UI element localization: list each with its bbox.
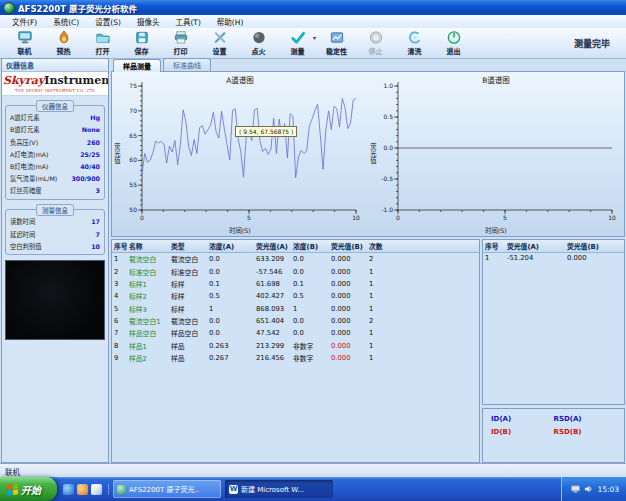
field-row: B灯电流(mA)40/40 — [8, 160, 102, 172]
table-row[interactable]: 1载流空白载流空白0.0633.2090.00.0002 — [112, 253, 479, 266]
camera-view — [5, 260, 105, 340]
stability-button[interactable]: 稳定性 — [317, 29, 356, 57]
tab-standard-curve[interactable]: 标准曲线 — [163, 58, 211, 71]
ignite-button[interactable]: 点火 — [239, 29, 278, 57]
settings-button[interactable]: 设置 — [200, 29, 239, 57]
ignite-label: 点火 — [252, 46, 266, 56]
field-value: 17 — [91, 218, 100, 225]
status-text: 联机 — [5, 466, 20, 477]
chart-canvas: 1.00.50.0-0.5-1.00510 — [368, 72, 624, 236]
svg-text:50: 50 — [129, 206, 137, 213]
table-cell: 标样1 — [127, 278, 169, 290]
field-row: A道灯元素Hg — [8, 112, 102, 124]
svg-text:0.5: 0.5 — [383, 113, 393, 120]
table-cell: 0.0 — [291, 265, 329, 277]
taskbar: 开始 AFS2200T 原子荧光.. W 新建 Microsoft W... 1… — [0, 477, 626, 501]
table-cell: 0.267 — [207, 352, 254, 364]
table-cell: 0.000 — [329, 265, 367, 277]
svg-text:55: 55 — [129, 181, 137, 188]
stat-rsd-b: RSD(B) — [554, 428, 617, 436]
table-row[interactable]: 2标准空白标准空白0.0-57.5460.00.0001 — [112, 265, 479, 277]
menu-file[interactable]: 文件(F) — [4, 16, 45, 27]
menu-tools[interactable]: 工具(T) — [167, 16, 208, 27]
field-value: 40/40 — [80, 163, 100, 170]
chart-b[interactable]: B道谱图 荧光值 时间(S) 1.00.50.0-0.5-1.00510 — [368, 72, 624, 236]
table-row[interactable]: 1-51.2040.000 — [483, 253, 624, 264]
table-cell: 非数字 — [291, 340, 329, 352]
column-header: 荧光值(B) — [565, 240, 624, 253]
table-cell: 216.456 — [254, 352, 291, 364]
start-button[interactable]: 开始 — [0, 477, 57, 501]
table-cell: 0.000 — [329, 315, 367, 327]
table-row[interactable]: 8样品1样品0.263213.299非数字0.0001 — [112, 340, 479, 352]
menu-bar: 文件(F) 系统(C) 设置(S) 摄像头 工具(T) 帮助(H) — [0, 15, 626, 29]
field-label: 读数时间 — [10, 217, 35, 226]
table-row[interactable]: 3标样1标样0.161.6980.10.0001 — [112, 278, 479, 290]
open-button[interactable]: 打开 — [83, 29, 122, 57]
task-button-afs[interactable]: AFS2200T 原子荧光.. — [113, 480, 221, 498]
field-value: 300/900 — [71, 175, 100, 182]
menu-system[interactable]: 系统(C) — [45, 16, 87, 27]
table-cell: 标准空白 — [169, 265, 207, 277]
table-cell: 633.209 — [254, 253, 291, 266]
table-cell: 0.0 — [291, 315, 329, 327]
tray-device-icon[interactable] — [571, 485, 580, 493]
preheat-button[interactable]: 预热 — [44, 29, 83, 57]
menu-camera[interactable]: 摄像头 — [129, 16, 168, 27]
connect-button[interactable]: 联机 — [5, 29, 44, 57]
cursor-tooltip: ( 9.54, 67.56875 ) — [235, 126, 297, 137]
menu-settings[interactable]: 设置(S) — [87, 16, 129, 27]
clean-icon — [407, 30, 423, 45]
svg-text:1.0: 1.0 — [383, 82, 393, 89]
messenger-icon[interactable] — [77, 484, 88, 495]
measure-label: 测量 — [291, 46, 305, 56]
table-row[interactable]: 6载流空白1载流空白0.0651.4040.00.0002 — [112, 315, 479, 327]
ie-icon[interactable] — [63, 484, 74, 495]
field-label: B灯电流(mA) — [10, 162, 49, 171]
charts-panel: A道谱图 荧光值 时间(S) 7570656055500510 B道谱图 荧光值… — [111, 71, 625, 237]
clean-button[interactable]: 清洗 — [395, 29, 434, 57]
brand-logo-text: SkyrayInstrument — [3, 75, 107, 87]
svg-text:75: 75 — [129, 82, 137, 89]
tab-sample-measure[interactable]: 样品测量 — [113, 59, 161, 72]
table-cell: 0.000 — [329, 278, 367, 290]
stop-button: 停止 — [356, 29, 395, 57]
table-cell: 1 — [367, 290, 397, 302]
task-button-word[interactable]: W 新建 Microsoft W... — [225, 480, 333, 498]
table-cell: 载流空白1 — [127, 315, 169, 327]
table-row[interactable]: 7样品空白样品空白0.047.5420.00.0001 — [112, 327, 479, 339]
table-cell: 0.000 — [329, 253, 367, 266]
save-button[interactable]: 保存 — [122, 29, 161, 57]
measure-dropdown-arrow[interactable]: ▾ — [313, 35, 316, 41]
table-cell: 1 — [367, 265, 397, 277]
brand-instrument: Instrument — [44, 74, 109, 87]
table-cell: 样品 — [169, 340, 207, 352]
table-row[interactable]: 4标样2标样0.5402.4270.50.0001 — [112, 290, 479, 302]
connect-label: 联机 — [18, 46, 32, 56]
field-label: 延迟时间 — [10, 230, 35, 239]
svg-text:5: 5 — [503, 214, 507, 221]
field-label: A道灯元素 — [10, 113, 40, 122]
field-value: None — [82, 126, 100, 133]
menu-help[interactable]: 帮助(H) — [209, 16, 252, 27]
table-cell: 标样3 — [127, 303, 169, 315]
volume-icon[interactable] — [584, 485, 593, 493]
field-value: 260 — [87, 139, 100, 146]
chart-canvas: 7570656055500510 — [112, 72, 368, 236]
table-cell: 0.5 — [207, 290, 254, 302]
table-row[interactable]: 9样品2样品0.267216.456非数字0.0001 — [112, 352, 479, 364]
table-row[interactable]: 5标样3标样1868.09310.0001 — [112, 303, 479, 315]
table-cell: 0.000 — [329, 303, 367, 315]
column-header: 序号 — [483, 240, 505, 253]
table-cell: 868.093 — [254, 303, 291, 315]
table-cell: 5 — [112, 303, 127, 315]
system-tray: 15:03 — [561, 477, 626, 501]
show-desktop-icon[interactable] — [91, 484, 102, 495]
task-afs-label: AFS2200T 原子荧光.. — [129, 484, 199, 494]
table-cell: 1 — [483, 253, 505, 264]
print-button[interactable]: 打印 — [161, 29, 200, 57]
exit-button[interactable]: 退出 — [434, 29, 473, 57]
measure-button[interactable]: ▾ 测量 — [278, 29, 317, 57]
chart-a[interactable]: A道谱图 荧光值 时间(S) 7570656055500510 — [112, 72, 368, 236]
start-label: 开始 — [21, 482, 41, 497]
